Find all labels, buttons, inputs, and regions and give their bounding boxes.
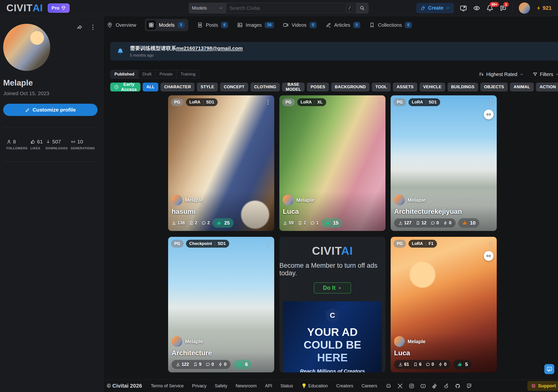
- rating-badge[interactable]: PG: [171, 240, 184, 248]
- user-avatar[interactable]: [519, 2, 530, 14]
- author-name: Melaple: [296, 197, 314, 203]
- footer-link-creators[interactable]: Creators: [336, 383, 353, 389]
- customize-profile-button[interactable]: Customize profile: [3, 104, 98, 116]
- rating-badge[interactable]: PG: [394, 98, 406, 106]
- tab-videos[interactable]: Videos0: [283, 22, 317, 28]
- category-chip-character[interactable]: CHARACTER: [161, 83, 195, 91]
- more-options-button[interactable]: [376, 99, 383, 105]
- footer-link-education[interactable]: 💡Education: [301, 383, 328, 389]
- footer-link-careers[interactable]: Careers: [361, 383, 377, 389]
- tab-models[interactable]: Models5: [145, 19, 188, 31]
- logo-text-civit: CIVIT: [6, 2, 33, 13]
- status-tab-private[interactable]: Private: [155, 70, 176, 78]
- footer-link-privacy[interactable]: Privacy: [192, 383, 206, 389]
- model-card-luca-1[interactable]: PGLoRAXLMelapleLuca592115: [279, 95, 385, 231]
- search-category-select[interactable]: Models: [189, 3, 226, 13]
- create-button[interactable]: Create: [416, 3, 454, 13]
- like-button[interactable]: 25: [212, 218, 234, 228]
- external-monitor-button[interactable]: [460, 4, 467, 12]
- footer-link-terms-of-service[interactable]: Terms of Service: [151, 383, 184, 389]
- twitch-link[interactable]: [466, 383, 472, 389]
- like-button[interactable]: 10: [458, 218, 479, 228]
- civitai-logo[interactable]: CIVITAI: [6, 2, 43, 13]
- footer-link-status[interactable]: Status: [281, 383, 293, 389]
- category-chip-objects[interactable]: OBJECTS: [480, 83, 508, 91]
- category-chip-action[interactable]: ACTION: [536, 83, 558, 91]
- tab-collections[interactable]: Collections0: [369, 22, 412, 28]
- chat-fab-button[interactable]: [544, 364, 554, 374]
- model-card-luca-5[interactable]: PGLoRAF1MelapleLuca616005: [391, 237, 497, 372]
- filters-button[interactable]: Filters: [533, 72, 558, 77]
- like-button[interactable]: 5: [453, 360, 472, 369]
- x-link[interactable]: [397, 383, 403, 389]
- rating-badge[interactable]: PG: [282, 98, 295, 106]
- search-input[interactable]: [226, 3, 356, 13]
- tab-overview[interactable]: Overview: [107, 22, 136, 28]
- energy-count: 0: [443, 220, 451, 226]
- card-author[interactable]: Melaple: [172, 195, 271, 205]
- profile-more-options-button[interactable]: [89, 24, 96, 31]
- tab-posts[interactable]: Posts6: [197, 22, 228, 28]
- footer-link-api[interactable]: API: [265, 383, 272, 389]
- category-chip-assets[interactable]: ASSETS: [393, 83, 417, 91]
- status-tab-draft[interactable]: Draft: [138, 70, 155, 78]
- category-chip-concept[interactable]: CONCEPT: [220, 83, 248, 91]
- model-card-architecturekejiyuan-2[interactable]: PGLoRASD1MelapleArchitecturekejiyuan1271…: [391, 95, 497, 231]
- footer-link-newsroom[interactable]: Newsroom: [236, 383, 257, 389]
- sort-select[interactable]: Highest Rated: [479, 72, 524, 77]
- category-chip-clothing[interactable]: CLOTHING: [250, 83, 280, 91]
- youtube-link[interactable]: [420, 383, 426, 389]
- buzz-balance[interactable]: 921: [536, 5, 552, 11]
- category-chip-all[interactable]: ALL: [143, 83, 158, 91]
- footer-link-safety[interactable]: Safety: [215, 383, 227, 389]
- messages-button[interactable]: 1: [499, 4, 507, 12]
- bookmarks-count: 2: [298, 220, 306, 226]
- more-options-button[interactable]: [487, 99, 494, 105]
- category-chip-base-model[interactable]: BASE MODEL: [282, 83, 305, 91]
- search-button[interactable]: [356, 3, 369, 13]
- tab-articles[interactable]: Articles0: [325, 22, 360, 28]
- announcement-email-link[interactable]: me2160713798@gmail.com: [176, 45, 243, 51]
- copy-link-button[interactable]: [484, 110, 494, 119]
- card-author[interactable]: Melaple: [394, 195, 493, 205]
- like-button[interactable]: 6: [233, 360, 252, 369]
- category-chip-vehicle[interactable]: VEHICLE: [420, 83, 445, 91]
- early-access-chip[interactable]: Early Access: [110, 83, 140, 91]
- rating-badge[interactable]: PG: [394, 240, 406, 248]
- more-options-button[interactable]: [265, 99, 271, 105]
- ad-banner-image[interactable]: CYOUR ADCOULD BEHEREReach Millions of Cr…: [283, 301, 382, 372]
- tiktok-link[interactable]: [432, 383, 438, 389]
- share-profile-button[interactable]: [76, 24, 83, 31]
- energy-count: 0: [218, 362, 226, 367]
- discord-link[interactable]: [385, 383, 392, 389]
- notifications-button[interactable]: 99+: [486, 4, 494, 12]
- status-tab-published[interactable]: Published: [111, 70, 138, 78]
- tab-images[interactable]: Images36: [237, 22, 274, 28]
- category-chip-buildings[interactable]: BUILDINGS: [447, 83, 478, 91]
- browsing-level-button[interactable]: [473, 4, 480, 12]
- search-category-value: Models: [192, 5, 207, 11]
- like-button[interactable]: 15: [321, 218, 342, 228]
- github-link[interactable]: [455, 383, 461, 389]
- card-author[interactable]: Melaple: [283, 195, 382, 205]
- do-it-button[interactable]: Do It: [314, 282, 351, 293]
- card-author[interactable]: Melaple: [394, 336, 493, 347]
- category-chip-tool[interactable]: TOOL: [372, 83, 391, 91]
- pro-badge-button[interactable]: Pro: [48, 3, 70, 13]
- support-button[interactable]: Support: [527, 381, 558, 391]
- more-options-button[interactable]: [265, 240, 271, 247]
- reddit-link[interactable]: [443, 383, 449, 389]
- category-chip-style[interactable]: STYLE: [197, 83, 218, 91]
- model-card-hasumi-0[interactable]: PGLoRASD1Melaplehasumi1382225: [168, 95, 274, 231]
- rating-badge[interactable]: PG: [171, 98, 184, 106]
- category-chip-poses[interactable]: POSES: [307, 83, 329, 91]
- instagram-link[interactable]: [409, 383, 415, 389]
- category-chip-animal[interactable]: ANIMAL: [510, 83, 534, 91]
- category-chip-background[interactable]: BACKGROUND: [331, 83, 370, 91]
- more-options-button[interactable]: [487, 240, 494, 247]
- copy-link-button[interactable]: [484, 251, 494, 261]
- card-author[interactable]: Melaple: [172, 336, 271, 347]
- model-card-architecture-3[interactable]: PGCheckpointSD1MelapleArchitecture122900…: [168, 237, 274, 372]
- status-tab-training[interactable]: Training: [176, 70, 199, 78]
- tab-count-badge: 0: [353, 22, 360, 28]
